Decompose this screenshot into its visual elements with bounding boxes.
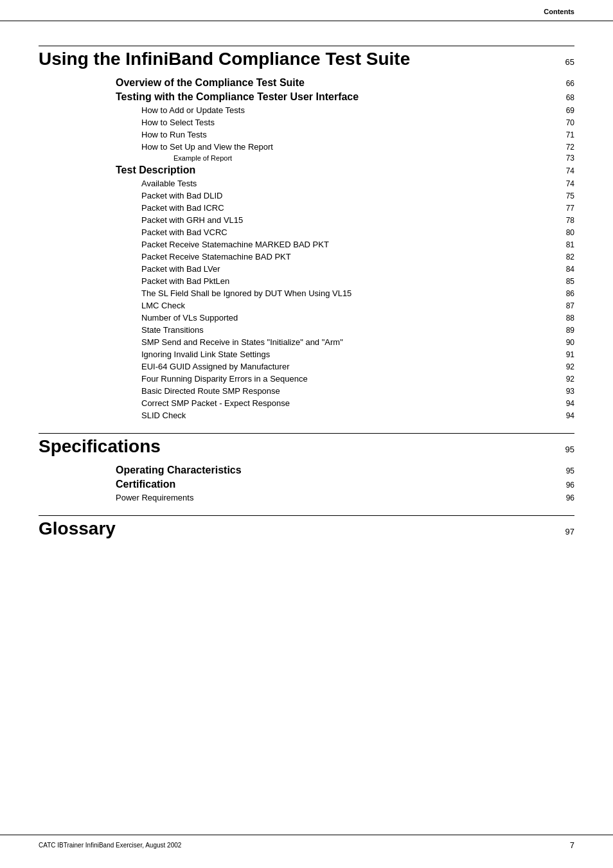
subsection-state-transitions: State Transitions 89 [141,324,574,336]
subsection-setup-report: How to Set Up and View the Report 72 [141,141,574,153]
subsection-page-smp-send-receive: 90 [566,338,574,347]
subsection-packet-bad-lver: Packet with Bad LVer 84 [141,263,574,275]
subsection-title-four-running: Four Running Disparity Errors in a Seque… [141,374,308,384]
subsection-correct-smp: Correct SMP Packet - Expect Response 94 [141,397,574,409]
subsection-page-add-update: 69 [566,106,574,115]
subsection-page-number-vls: 88 [566,314,574,323]
subsection-title-add-update: How to Add or Update Tests [141,105,245,115]
page-footer: CATC IBTrainer InfiniBand Exerciser, Aug… [0,835,613,855]
section-page-power: 96 [566,493,574,502]
subsection-title-select-tests: How to Select Tests [141,118,215,127]
chapter-page-specifications: 95 [565,445,574,454]
section-testing-compliance: Testing with the Compliance Tester User … [116,90,574,104]
section-title-power: Power Requirements [116,493,193,502]
subsection-page-select-tests: 70 [566,118,574,127]
subsection-page-packet-receive-bad: 82 [566,252,574,261]
subsection-page-basic-directed: 93 [566,387,574,396]
subsection-page-eui-64: 92 [566,362,574,371]
chapter-using-infiniband: Using the InfiniBand Compliance Test Sui… [39,46,574,72]
subsection-title-packet-bad-lver: Packet with Bad LVer [141,264,220,274]
section-overview: Overview of the Compliance Test Suite 66 [116,76,574,90]
subsection-select-tests: How to Select Tests 70 [141,116,574,128]
page: Contents Using the InfiniBand Compliance… [0,0,613,868]
footer-left-text: CATC IBTrainer InfiniBand Exerciser, Aug… [39,842,181,849]
subsection-four-running: Four Running Disparity Errors in a Seque… [141,373,574,385]
subsection-title-packet-bad-dlid: Packet with Bad DLID [141,191,222,200]
subsection-basic-directed: Basic Directed Route SMP Response 93 [141,385,574,397]
header-title: Contents [544,8,574,15]
subsection-page-packet-bad-vcrc: 80 [566,228,574,237]
subsection-page-packet-bad-lver: 84 [566,265,574,274]
chapter-page-using-infiniband: 65 [565,57,574,67]
subsection-slid-check: SLID Check 94 [141,409,574,421]
subsection-packet-receive-bad: Packet Receive Statemachine BAD PKT 82 [141,251,574,263]
section-certification: Certification 96 [116,477,574,492]
subsection-page-packet-receive-marked: 81 [566,240,574,249]
section-page-certification: 96 [566,481,574,490]
subsection-available-tests: Available Tests 74 [141,177,574,190]
subsubsection-title-example-report: Example of Report [173,154,232,162]
subsection-title-sl-field-ignored: The SL Field Shall be Ignored by DUT Whe… [141,288,351,298]
chapter-glossary: Glossary 97 [39,515,574,542]
page-header: Contents [0,0,613,21]
subsubsection-example-report: Example of Report 73 [173,153,574,163]
subsection-lmc-check: LMC Check 87 [141,299,574,312]
toc-content: Using the InfiniBand Compliance Test Sui… [0,21,613,554]
chapter-title-glossary: Glossary [39,518,116,539]
chapter-title-using-infiniband: Using the InfiniBand Compliance Test Sui… [39,49,410,69]
section-power-requirements: Power Requirements 96 [116,492,574,504]
subsection-packet-receive-marked: Packet Receive Statemachine MARKED BAD P… [141,238,574,251]
subsection-page-available-tests: 74 [566,179,574,188]
section-page-testing: 68 [566,93,574,102]
section-title-certification: Certification [116,479,175,490]
subsection-title-smp-send-receive: SMP Send and Receive in States "Initiali… [141,337,343,347]
subsection-packet-bad-pktlen: Packet with Bad PktLen 85 [141,275,574,287]
subsection-add-update: How to Add or Update Tests 69 [141,104,574,116]
section-title-operating: Operating Characteristics [116,465,242,476]
subsection-title-lmc-check: LMC Check [141,301,185,310]
subsection-page-correct-smp: 94 [566,399,574,408]
subsection-page-state-transitions: 89 [566,326,574,335]
subsection-title-slid-check: SLID Check [141,411,186,420]
subsection-page-setup-report: 72 [566,143,574,152]
subsection-title-available-tests: Available Tests [141,179,197,188]
section-title-testing: Testing with the Compliance Tester User … [116,91,359,103]
section-title-test-desc: Test Description [116,164,195,176]
subsection-title-packet-receive-marked: Packet Receive Statemachine MARKED BAD P… [141,240,329,249]
subsection-page-packet-bad-pktlen: 85 [566,277,574,286]
section-page-overview: 66 [566,79,574,88]
subsection-page-sl-field-ignored: 86 [566,289,574,298]
subsection-title-packet-bad-vcrc: Packet with Bad VCRC [141,227,227,237]
subsection-smp-send-receive: SMP Send and Receive in States "Initiali… [141,336,574,348]
subsection-page-packet-bad-icrc: 77 [566,204,574,213]
subsection-ignoring-invalid: Ignoring Invalid Link State Settings 91 [141,348,574,360]
subsection-title-packet-receive-bad: Packet Receive Statemachine BAD PKT [141,252,291,261]
footer-page-number: 7 [570,840,574,850]
subsection-page-slid-check: 94 [566,411,574,420]
subsection-page-lmc-check: 87 [566,301,574,310]
subsection-title-packet-bad-icrc: Packet with Bad ICRC [141,203,224,213]
subsection-title-packet-grh-vl15: Packet with GRH and VL15 [141,215,243,225]
subsection-title-correct-smp: Correct SMP Packet - Expect Response [141,398,290,408]
subsubsection-page-example-report: 73 [566,154,574,163]
subsection-page-ignoring-invalid: 91 [566,350,574,359]
chapter-page-glossary: 97 [565,527,574,536]
subsection-title-state-transitions: State Transitions [141,325,204,335]
subsection-run-tests: How to Run Tests 71 [141,128,574,141]
subsection-title-packet-bad-pktlen: Packet with Bad PktLen [141,276,229,286]
subsection-title-number-vls: Number of VLs Supported [141,313,238,323]
section-page-operating: 95 [566,466,574,475]
subsection-sl-field-ignored: The SL Field Shall be Ignored by DUT Whe… [141,287,574,299]
subsection-title-run-tests: How to Run Tests [141,130,207,139]
subsection-packet-bad-vcrc: Packet with Bad VCRC 80 [141,226,574,238]
section-page-test-desc: 74 [566,166,574,175]
section-title-overview: Overview of the Compliance Test Suite [116,77,305,89]
subsection-title-eui-64: EUI-64 GUID Assigned by Manufacturer [141,362,290,371]
subsection-page-run-tests: 71 [566,130,574,139]
subsection-title-setup-report: How to Set Up and View the Report [141,142,273,152]
subsection-title-ignoring-invalid: Ignoring Invalid Link State Settings [141,350,270,359]
subsection-page-four-running: 92 [566,375,574,384]
section-test-description: Test Description 74 [116,163,574,177]
subsection-packet-bad-icrc: Packet with Bad ICRC 77 [141,202,574,214]
subsection-eui-64: EUI-64 GUID Assigned by Manufacturer 92 [141,360,574,373]
